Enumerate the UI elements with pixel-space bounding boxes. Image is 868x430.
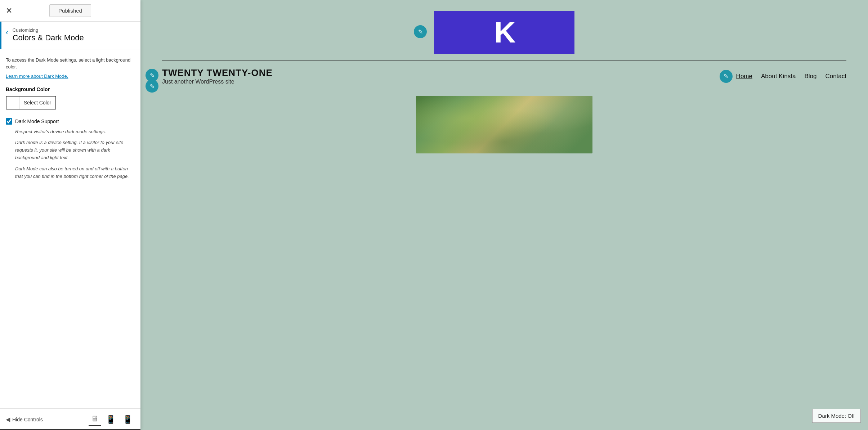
dark-mode-desc-1: Respect visitor's device dark mode setti… <box>15 128 135 136</box>
site-tagline: Just another WordPress site <box>162 79 273 85</box>
mobile-icon: 📱 <box>123 415 133 424</box>
edit-tagline-pencil[interactable]: ✎ <box>146 80 158 93</box>
painting-overlay <box>416 96 592 153</box>
section-title-block: Customizing Colors & Dark Mode <box>13 27 84 43</box>
dark-mode-checkbox-row: Dark Mode Support <box>6 118 135 125</box>
sidebar-content: To access the Dark Mode settings, select… <box>0 49 140 408</box>
chevron-left-icon: ◀ <box>6 416 10 423</box>
hide-controls-button[interactable]: ◀ Hide Controls <box>6 416 43 423</box>
section-header: ‹ Customizing Colors & Dark Mode <box>0 22 140 49</box>
learn-more-link[interactable]: Learn more about Dark Mode. <box>6 73 68 79</box>
back-button[interactable]: ‹ <box>1 28 13 36</box>
preview-nav-area: ✎ ✎ TWENTY TWENTY-ONE Just another WordP… <box>140 61 868 89</box>
preview-content <box>140 89 868 161</box>
sidebar: ✕ Published ‹ Customizing Colors & Dark … <box>0 0 140 430</box>
select-color-text: Select Color <box>19 100 55 106</box>
dark-mode-desc-2: Dark mode is a device setting. If a visi… <box>15 139 135 161</box>
top-bar: ✕ Published <box>0 0 140 22</box>
banner-wrapper: ✎ K <box>434 11 574 54</box>
dark-mode-checkbox[interactable] <box>6 118 12 125</box>
close-button[interactable]: ✕ <box>6 7 12 15</box>
desktop-icon: 🖥 <box>91 414 99 423</box>
nav-home[interactable]: Home <box>736 73 752 80</box>
section-main-title: Colors & Dark Mode <box>13 33 84 43</box>
preview-banner: ✎ K <box>140 0 868 54</box>
background-color-section: Background Color Select Color <box>6 86 135 109</box>
published-button[interactable]: Published <box>49 4 91 17</box>
site-title: TWENTY TWENTY-ONE <box>162 67 273 79</box>
background-color-label: Background Color <box>6 86 135 92</box>
hide-controls-label: Hide Controls <box>12 417 43 422</box>
nav-about[interactable]: About Kinsta <box>761 73 796 80</box>
bottom-bar: ◀ Hide Controls 🖥 📱 📱 <box>0 408 140 430</box>
select-color-button[interactable]: Select Color <box>6 96 56 109</box>
desktop-view-button[interactable]: 🖥 <box>89 413 101 426</box>
edit-nav-pencil[interactable]: ✎ <box>720 70 733 83</box>
edit-banner-pencil[interactable]: ✎ <box>414 25 427 38</box>
preview-area: ✎ K ✎ ✎ TWENTY TWENTY-ONE Just another W… <box>140 0 868 430</box>
color-swatch <box>6 97 19 109</box>
tablet-view-button[interactable]: 📱 <box>104 413 118 426</box>
nav-links: ✎ Home About Kinsta Blog Contact <box>736 73 846 80</box>
nav-blog[interactable]: Blog <box>804 73 816 80</box>
site-title-block: ✎ ✎ TWENTY TWENTY-ONE Just another WordP… <box>162 67 273 85</box>
dark-mode-label: Dark Mode Support <box>15 118 59 124</box>
info-text: To access the Dark Mode settings, select… <box>6 57 135 71</box>
banner-logo: K <box>434 11 574 54</box>
mobile-view-button[interactable]: 📱 <box>121 413 135 426</box>
dark-mode-toggle-button[interactable]: Dark Mode: Off <box>812 409 861 423</box>
dark-mode-desc-3: Dark Mode can also be turned on and off … <box>15 165 135 180</box>
nav-contact[interactable]: Contact <box>825 73 846 80</box>
dark-mode-section: Dark Mode Support Respect visitor's devi… <box>6 118 135 180</box>
dark-mode-description: Respect visitor's device dark mode setti… <box>15 128 135 180</box>
logo-k-letter: K <box>494 18 514 47</box>
tablet-icon: 📱 <box>106 415 116 424</box>
view-icons-group: 🖥 📱 📱 <box>89 413 135 426</box>
customizing-label: Customizing <box>13 27 84 33</box>
preview-painting <box>416 96 592 153</box>
